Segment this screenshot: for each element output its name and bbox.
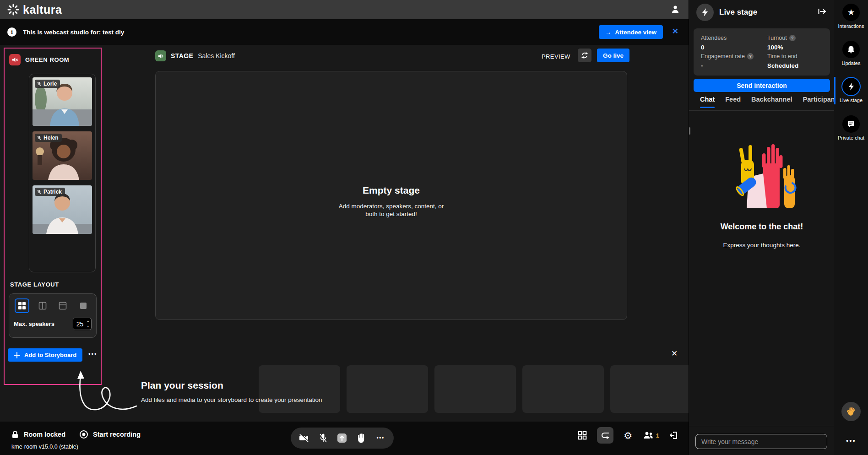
- storyboard-tiles: [259, 365, 689, 413]
- person-icon: [670, 4, 680, 14]
- start-recording-label: Start recording: [93, 431, 141, 438]
- preview-label: PREVIEW: [542, 53, 570, 60]
- participants-button[interactable]: 1: [643, 431, 659, 440]
- columns-layout-icon: [38, 302, 47, 310]
- camera-off-icon: [298, 433, 309, 443]
- lightning-icon: [842, 78, 860, 95]
- layout-columns-option[interactable]: [35, 298, 50, 313]
- share-screen-button[interactable]: [336, 432, 348, 444]
- info-banner: i This is webcast studio for: test diy →…: [0, 19, 689, 45]
- more-options-button[interactable]: •••: [374, 432, 386, 444]
- chat-message-input[interactable]: [695, 434, 827, 449]
- participant-thumbnail-lorie[interactable]: Lorie: [33, 77, 92, 126]
- participant-name: Helen: [43, 135, 59, 141]
- send-interaction-button[interactable]: Send interaction: [694, 79, 830, 92]
- camera-off-button[interactable]: [298, 432, 310, 444]
- green-room-participants-box: Lorie: [29, 74, 96, 272]
- empty-stage-title: Empty stage: [156, 185, 627, 196]
- rail-label: Live stage: [840, 98, 863, 103]
- storyboard-placeholder-tile: [347, 365, 428, 413]
- stepper-arrows[interactable]: ⌃ ⌄: [86, 321, 90, 327]
- stage-header: STAGE Sales Kickoff: [155, 50, 235, 61]
- tab-backchannel[interactable]: Backchannel: [751, 96, 792, 108]
- speaker-muted-icon[interactable]: [9, 54, 21, 65]
- turnout-help-icon[interactable]: ?: [789, 35, 796, 41]
- green-room-panel: GREEN ROOM: [4, 48, 102, 385]
- storyboard-title: Plan your session: [141, 380, 223, 391]
- rail-more-icon[interactable]: •••: [834, 437, 868, 444]
- rail-label: Private chat: [838, 135, 864, 141]
- max-speakers-stepper[interactable]: ⌃ ⌄: [73, 318, 92, 330]
- storyboard-more-icon[interactable]: •••: [88, 351, 98, 358]
- max-speakers-label: Max. speakers: [14, 320, 54, 327]
- mic-muted-icon: [37, 81, 42, 87]
- top-bar: kaltura: [0, 0, 689, 19]
- gallery-view-button[interactable]: [574, 427, 591, 444]
- engagement-rate-label: Engagement rate ?: [701, 52, 767, 61]
- layout-presenter-option[interactable]: [55, 298, 70, 313]
- add-to-storyboard-button[interactable]: Add to Storyboard: [8, 348, 82, 362]
- reaction-wave-button[interactable]: [841, 402, 861, 421]
- go-live-button[interactable]: Go live: [597, 49, 629, 62]
- grid-layout-icon: [18, 302, 26, 310]
- participant-thumbnail-helen[interactable]: Helen: [33, 131, 92, 180]
- tab-feed[interactable]: Feed: [725, 96, 741, 108]
- presenter-layout-icon: [59, 302, 67, 310]
- participant-name-tag: Lorie: [35, 80, 60, 88]
- participant-name-tag: Patrick: [35, 188, 65, 196]
- layout-single-option[interactable]: [76, 298, 91, 313]
- mic-off-button[interactable]: [317, 432, 329, 444]
- panel-tabs: Chat Feed Backchannel Participants: [700, 96, 841, 108]
- participants-count: 1: [656, 432, 659, 439]
- collapse-panel-icon[interactable]: [818, 8, 827, 17]
- tab-chat[interactable]: Chat: [700, 96, 715, 108]
- logo-text: kaltura: [23, 3, 62, 16]
- media-controls: •••: [291, 428, 394, 449]
- participant-thumbnail-patrick[interactable]: Patrick: [33, 185, 92, 234]
- speaker-on-icon[interactable]: [155, 50, 166, 61]
- stepper-down-icon[interactable]: ⌄: [86, 324, 90, 327]
- lock-icon: [11, 430, 19, 439]
- stage-area: Empty stage Add moderators, speakers, co…: [155, 71, 627, 320]
- chat-welcome-title: Welcome to the chat!: [689, 222, 835, 232]
- mic-off-icon: [319, 433, 328, 443]
- user-account-button[interactable]: [670, 4, 680, 16]
- attendee-view-button[interactable]: → Attendee view: [599, 25, 663, 39]
- empty-stage-line2: both to get started!: [156, 210, 627, 218]
- settings-button[interactable]: ⚙: [620, 427, 636, 444]
- time-to-end-label: Time to end: [767, 52, 823, 61]
- refresh-button[interactable]: [578, 49, 591, 62]
- storyboard-placeholder-tile: [434, 365, 516, 413]
- waving-hand-icon: [846, 406, 857, 417]
- raise-hand-button[interactable]: [355, 432, 367, 444]
- mic-muted-icon: [37, 135, 42, 141]
- stage-label: STAGE: [171, 52, 193, 60]
- green-room-title: GREEN ROOM: [25, 56, 69, 63]
- chat-welcome-subtitle: Express your thoughts here.: [689, 242, 835, 249]
- storyboard-close-icon[interactable]: ✕: [671, 349, 678, 358]
- flow-arrow-icon: [600, 430, 610, 440]
- banner-close-icon[interactable]: ✕: [672, 27, 678, 35]
- panel-title: Live stage: [719, 8, 757, 17]
- rail-item-interactions[interactable]: ★ Interactions: [834, 4, 868, 29]
- leave-room-button[interactable]: [666, 427, 682, 444]
- room-locked-label: Room locked: [24, 431, 65, 438]
- layout-grid-option[interactable]: [15, 298, 29, 313]
- storyboard-placeholder-tile: [522, 365, 604, 413]
- max-speakers-input[interactable]: [73, 320, 86, 328]
- exit-door-icon: [669, 430, 679, 440]
- time-to-end-value: Scheduled: [767, 61, 823, 70]
- raised-hands-illustration: [723, 141, 801, 209]
- refresh-icon: [580, 51, 589, 60]
- storyboard-placeholder-tile: [259, 365, 340, 413]
- info-icon: i: [7, 27, 16, 37]
- rail-item-live-stage[interactable]: Live stage: [834, 78, 868, 103]
- storyboard-view-button[interactable]: [597, 427, 613, 444]
- rail-item-updates[interactable]: Updates: [834, 41, 868, 66]
- engagement-help-icon[interactable]: ?: [747, 53, 754, 60]
- room-locked-toggle[interactable]: Room locked: [11, 430, 65, 439]
- chat-empty-state: Welcome to the chat! Express your though…: [689, 110, 835, 249]
- start-recording-button[interactable]: Start recording: [79, 430, 141, 439]
- rail-item-private-chat[interactable]: Private chat: [834, 115, 868, 141]
- turnout-label: Turnout ?: [767, 33, 823, 43]
